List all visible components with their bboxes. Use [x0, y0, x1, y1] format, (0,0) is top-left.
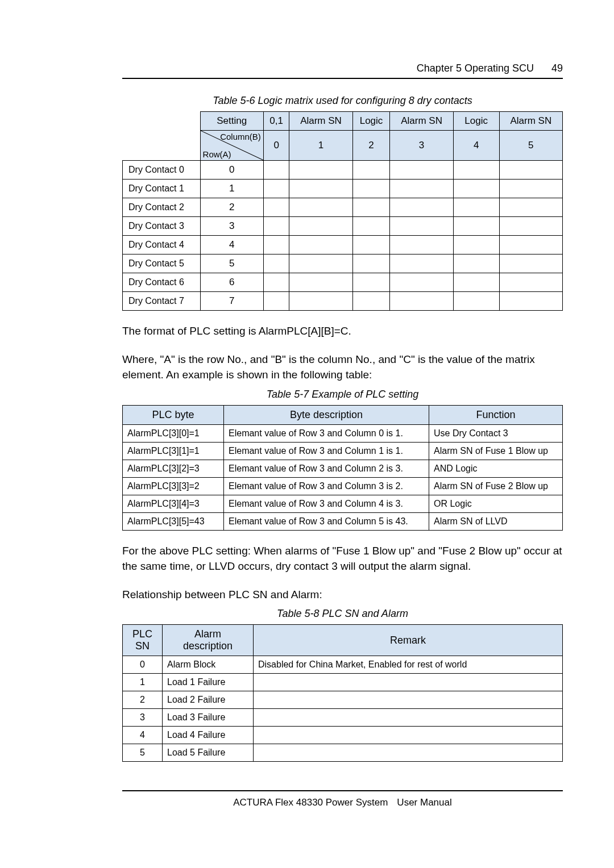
function: AND Logic — [429, 460, 563, 477]
table-row: AlarmPLC[3][2]=3Elemant value of Row 3 a… — [123, 460, 563, 477]
row-value: 2 — [200, 198, 263, 217]
plc-byte: AlarmPLC[3][0]=1 — [123, 424, 224, 442]
col-index-2: 2 — [352, 131, 390, 161]
function-header: Function — [429, 405, 563, 424]
table-row: AlarmPLC[3][5]=43Elemant value of Row 3 … — [123, 512, 563, 530]
function: Alarm SN of LLVD — [429, 512, 563, 530]
table-row: 1Load 1 Failure — [123, 674, 563, 691]
footer-doc-type: User Manual — [397, 797, 451, 808]
row-name: Dry Contact 3 — [123, 217, 201, 236]
plc-sn: 2 — [123, 691, 163, 709]
plc-sn: 3 — [123, 709, 163, 727]
row-name: Dry Contact 1 — [123, 180, 201, 198]
row-value: 3 — [200, 217, 263, 236]
page-number: 49 — [551, 62, 563, 74]
row-name: Dry Contact 6 — [123, 273, 201, 292]
table-row: 2Load 2 Failure — [123, 691, 563, 709]
byte-desc: Elemant value of Row 3 and Column 5 is 4… — [224, 512, 429, 530]
alarm-desc: Load 4 Failure — [163, 727, 254, 744]
paragraph: Where, "A" is the row No., and "B" is th… — [122, 352, 563, 383]
col-index-0: 0 — [263, 131, 289, 161]
plc-byte: AlarmPLC[3][5]=43 — [123, 512, 224, 530]
chapter-label: Chapter 5 Operating SCU — [417, 62, 534, 74]
plc-byte: AlarmPLC[3][4]=3 — [123, 495, 224, 512]
table-5-7-caption: Table 5-7 Example of PLC setting — [122, 389, 563, 400]
byte-desc: Elemant value of Row 3 and Column 3 is 2… — [224, 477, 429, 495]
remark — [254, 691, 563, 709]
table-row: Dry Contact 22 — [123, 198, 563, 217]
row-value: 1 — [200, 180, 263, 198]
table-row: AlarmPLC[3][3]=2Elemant value of Row 3 a… — [123, 477, 563, 495]
alarm-sn-header-2: Alarm SN — [390, 112, 453, 131]
col-index-4: 4 — [453, 131, 499, 161]
remark — [254, 727, 563, 744]
paragraph: Relationship between PLC SN and Alarm: — [122, 587, 563, 603]
alarm-desc: Load 1 Failure — [163, 674, 254, 691]
row-name: Dry Contact 5 — [123, 254, 201, 273]
function: Alarm SN of Fuse 2 Blow up — [429, 477, 563, 495]
byte-desc-header: Byte description — [224, 405, 429, 424]
row-value: 5 — [200, 254, 263, 273]
diagonal-cell: Column(B) Row(A) — [200, 131, 263, 161]
byte-desc: Elemant value of Row 3 and Column 4 is 3… — [224, 495, 429, 512]
col-index-1: 1 — [289, 131, 352, 161]
plc-sn: 5 — [123, 744, 163, 762]
alarm-sn-header-1: Alarm SN — [289, 112, 352, 131]
alarm-desc-header-line2: description — [167, 640, 248, 652]
row-name: Dry Contact 7 — [123, 292, 201, 311]
alarm-desc: Load 3 Failure — [163, 709, 254, 727]
diag-row-label: Row(A) — [203, 149, 231, 159]
table-row: Dry Contact 11 — [123, 180, 563, 198]
plc-sn: 4 — [123, 727, 163, 744]
plc-sn: 0 — [123, 656, 163, 674]
plc-sn: 1 — [123, 674, 163, 691]
paragraph: For the above PLC setting: When alarms o… — [122, 543, 563, 574]
alarm-desc-header-line1: Alarm — [167, 628, 248, 640]
table-row: 0Alarm BlockDisabled for China Market, E… — [123, 656, 563, 674]
row-value: 0 — [200, 161, 263, 180]
row-value: 4 — [200, 236, 263, 254]
row-name: Dry Contact 2 — [123, 198, 201, 217]
table-5-8-caption: Table 5-8 PLC SN and Alarm — [122, 608, 563, 620]
byte-desc: Elemant value of Row 3 and Column 0 is 1… — [224, 424, 429, 442]
col-index-3: 3 — [390, 131, 453, 161]
table-row: Dry Contact 00 — [123, 161, 563, 180]
table-row: Dry Contact 33 — [123, 217, 563, 236]
plc-example-table: PLC byte Byte description Function Alarm… — [122, 405, 563, 531]
plc-sn-header: PLC SN — [123, 625, 163, 656]
plc-byte: AlarmPLC[3][1]=1 — [123, 442, 224, 460]
remark-header: Remark — [254, 625, 563, 656]
page-header: Chapter 5 Operating SCU 49 — [122, 62, 563, 79]
table-row: Dry Contact 66 — [123, 273, 563, 292]
remark — [254, 744, 563, 762]
setting-header: Setting — [200, 112, 263, 131]
alarm-desc: Load 5 Failure — [163, 744, 254, 762]
remark — [254, 709, 563, 727]
table-row: Dry Contact 55 — [123, 254, 563, 273]
row-value: 7 — [200, 292, 263, 311]
table-row: Dry Contact 44 — [123, 236, 563, 254]
plc-byte: AlarmPLC[3][2]=3 — [123, 460, 224, 477]
alarm-sn-header-3: Alarm SN — [499, 112, 562, 131]
table-row: 5Load 5 Failure — [123, 744, 563, 762]
logic-header-2: Logic — [453, 112, 499, 131]
plc-sn-header-line2: SN — [127, 640, 157, 652]
remark — [254, 674, 563, 691]
col-index-5: 5 — [499, 131, 562, 161]
logic-matrix-table: Setting 0,1 Alarm SN Logic Alarm SN Logi… — [122, 111, 563, 311]
diag-column-label: Column(B) — [220, 132, 261, 141]
byte-desc: Elemant value of Row 3 and Column 2 is 3… — [224, 460, 429, 477]
table-row: 4Load 4 Failure — [123, 727, 563, 744]
col-01-header: 0,1 — [263, 112, 289, 131]
table-5-6-caption: Table 5-6 Logic matrix used for configur… — [122, 95, 563, 107]
plc-byte: AlarmPLC[3][3]=2 — [123, 477, 224, 495]
function: Alarm SN of Fuse 1 Blow up — [429, 442, 563, 460]
plc-byte-header: PLC byte — [123, 405, 224, 424]
remark: Disabled for China Market, Enabled for r… — [254, 656, 563, 674]
table-row: AlarmPLC[3][4]=3Elemant value of Row 3 a… — [123, 495, 563, 512]
table-row: AlarmPLC[3][1]=1Elemant value of Row 3 a… — [123, 442, 563, 460]
plc-sn-alarm-table: PLC SN Alarm description Remark 0Alarm B… — [122, 624, 563, 762]
paragraph: The format of PLC setting is AlarmPLC[A]… — [122, 323, 563, 339]
alarm-desc: Alarm Block — [163, 656, 254, 674]
table-row: 3Load 3 Failure — [123, 709, 563, 727]
